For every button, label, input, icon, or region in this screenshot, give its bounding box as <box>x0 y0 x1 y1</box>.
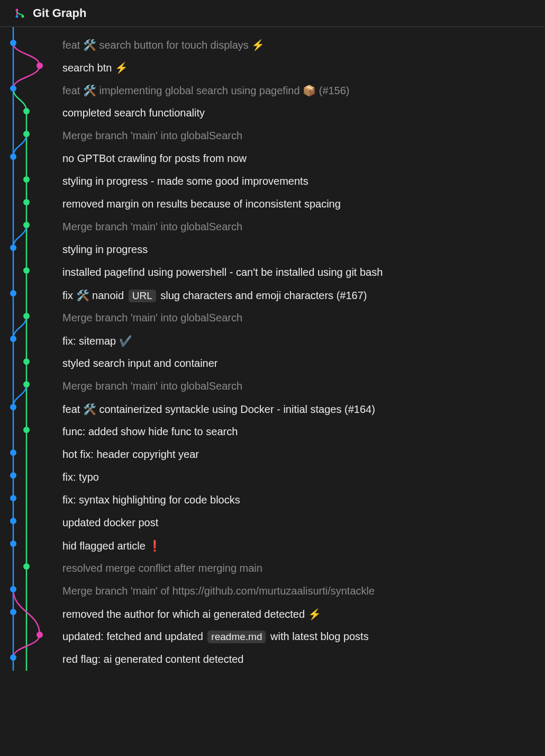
commit-row[interactable]: removed margin on results because of inc… <box>62 193 545 215</box>
commit-row[interactable]: search btn ⚡ <box>62 56 545 79</box>
code-pill: readme.md <box>207 631 266 643</box>
commit-node[interactable] <box>10 154 16 160</box>
commit-row[interactable]: hid flagged article ❗ <box>62 534 545 557</box>
svg-point-0 <box>16 9 19 12</box>
header-title: Git Graph <box>33 6 86 20</box>
commit-message: removed margin on results because of inc… <box>62 198 341 210</box>
commit-node[interactable] <box>10 495 16 501</box>
commit-row[interactable]: Merge branch 'main' into globalSearch <box>62 124 545 147</box>
commit-row[interactable]: installed pagefind using powershell - ca… <box>62 261 545 284</box>
commit-node[interactable] <box>37 62 43 69</box>
commit-message: updated: fetched and updated readme.md w… <box>62 631 369 643</box>
commit-message: func: added show hide func to search <box>62 426 238 438</box>
commit-message: feat 🛠️ containerized syntackle using Do… <box>62 403 375 416</box>
commit-row[interactable]: red flag: ai generated content detected <box>62 648 545 671</box>
commit-node[interactable] <box>23 427 30 433</box>
commit-message: installed pagefind using powershell - ca… <box>62 266 383 278</box>
commit-node[interactable] <box>10 85 16 92</box>
commit-row[interactable]: completed search functionality <box>62 102 545 124</box>
commit-node[interactable] <box>23 131 30 137</box>
commit-message: styling in progress - made some good imp… <box>62 175 308 187</box>
commit-node[interactable] <box>10 40 16 46</box>
svg-point-1 <box>16 15 19 18</box>
commit-row[interactable]: removed the author for which ai generate… <box>62 602 545 625</box>
commit-message: search btn ⚡ <box>62 61 128 74</box>
commit-row[interactable]: feat 🛠️ implementing global search using… <box>62 79 545 102</box>
commit-row[interactable]: Merge branch 'main' into globalSearch <box>62 307 545 329</box>
commit-row[interactable]: Merge branch 'main' into globalSearch <box>62 215 545 238</box>
commit-row[interactable]: updated docker post <box>62 511 545 534</box>
commit-row[interactable]: updated: fetched and updated readme.md w… <box>62 625 545 648</box>
commit-message: updated docker post <box>62 517 158 529</box>
commit-message: hid flagged article ❗ <box>62 539 161 552</box>
commit-row[interactable]: styling in progress <box>62 238 545 261</box>
commit-message: red flag: ai generated content detected <box>62 653 243 665</box>
commit-node[interactable] <box>23 176 30 183</box>
commit-message: removed the author for which ai generate… <box>62 608 321 620</box>
header-bar: Git Graph <box>0 0 545 27</box>
commit-message: hot fix: header copyright year <box>62 448 199 461</box>
commit-node[interactable] <box>10 586 16 592</box>
commit-node[interactable] <box>23 313 30 319</box>
commit-row[interactable]: Merge branch 'main' of https://github.co… <box>62 580 545 602</box>
commit-node[interactable] <box>37 632 43 638</box>
commit-row[interactable]: styled search input and container <box>62 352 545 375</box>
commit-row[interactable]: feat 🛠️ containerized syntackle using Do… <box>62 398 545 420</box>
commit-message: styling in progress <box>62 244 148 256</box>
commit-row[interactable]: fix: syntax highlighting for code blocks <box>62 489 545 511</box>
commit-message: fix: sitemap ✔️ <box>62 335 132 347</box>
commit-node[interactable] <box>23 267 30 274</box>
graph-svg <box>0 27 63 671</box>
commit-message: Merge branch 'main' into globalSearch <box>62 221 242 233</box>
commit-row[interactable]: styling in progress - made some good imp… <box>62 170 545 193</box>
commit-message: fix: syntax highlighting for code blocks <box>62 494 240 506</box>
git-graph-icon <box>15 8 25 19</box>
commit-message: no GPTBot crawling for posts from now <box>62 152 247 165</box>
commit-message: feat 🛠️ search button for touch displays… <box>62 39 265 51</box>
commit-row[interactable]: func: added show hide func to search <box>62 420 545 443</box>
commit-node[interactable] <box>10 609 16 615</box>
commit-row[interactable]: hot fix: header copyright year <box>62 443 545 466</box>
commit-node[interactable] <box>10 404 16 410</box>
svg-point-2 <box>22 15 24 18</box>
commit-node[interactable] <box>23 381 30 388</box>
commit-node[interactable] <box>10 336 16 342</box>
commit-message: fix: typo <box>62 471 99 483</box>
commit-message: feat 🛠️ implementing global search using… <box>62 84 350 97</box>
git-graph-content: feat 🛠️ search button for touch displays… <box>0 27 545 671</box>
commit-node[interactable] <box>10 518 16 524</box>
commit-node[interactable] <box>10 541 16 547</box>
commit-node[interactable] <box>23 358 30 365</box>
commit-message: fix 🛠️ nanoid URL slug characters and em… <box>62 289 367 302</box>
commit-list: feat 🛠️ search button for touch displays… <box>62 33 545 671</box>
commit-row[interactable]: no GPTBot crawling for posts from now <box>62 147 545 170</box>
commit-row[interactable]: fix 🛠️ nanoid URL slug characters and em… <box>62 284 545 307</box>
commit-node[interactable] <box>23 222 30 228</box>
commit-message: resolved merge conflict after merging ma… <box>62 562 262 574</box>
commit-message: Merge branch 'main' into globalSearch <box>62 380 242 392</box>
commit-row[interactable]: resolved merge conflict after merging ma… <box>62 557 545 580</box>
commit-message: completed search functionality <box>62 107 205 119</box>
commit-node[interactable] <box>10 449 16 456</box>
commit-message: Merge branch 'main' into globalSearch <box>62 130 242 142</box>
commit-row[interactable]: fix: typo <box>62 466 545 489</box>
commit-message: Merge branch 'main' into globalSearch <box>62 312 242 324</box>
commit-node[interactable] <box>10 290 16 296</box>
commit-message: styled search input and container <box>62 357 218 370</box>
commit-node[interactable] <box>10 245 16 251</box>
commit-message: Merge branch 'main' of https://github.co… <box>62 585 375 597</box>
commit-node[interactable] <box>23 108 30 114</box>
commit-row[interactable]: fix: sitemap ✔️ <box>62 329 545 352</box>
commit-row[interactable]: Merge branch 'main' into globalSearch <box>62 375 545 398</box>
commit-node[interactable] <box>10 472 16 479</box>
commit-node[interactable] <box>10 654 16 661</box>
commit-row[interactable]: feat 🛠️ search button for touch displays… <box>62 33 545 56</box>
code-pill: URL <box>129 290 156 302</box>
commit-node[interactable] <box>23 563 30 570</box>
commit-node[interactable] <box>23 199 30 205</box>
